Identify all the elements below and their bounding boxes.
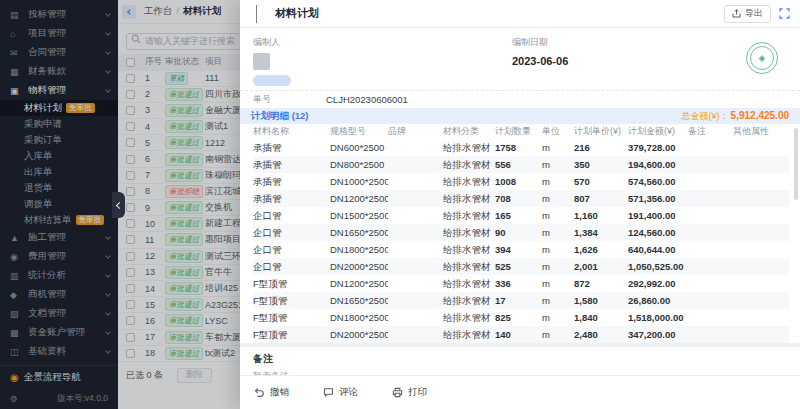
cell: DN1650*2500 — [330, 224, 388, 241]
cell: 给排水管材 — [443, 292, 495, 309]
plan-detail-banner: 计划明细 (12) 总金额(¥)：5,912,425.00 — [240, 108, 800, 124]
cell: 企口管 — [253, 258, 330, 275]
cell: m — [542, 190, 574, 207]
cell — [688, 326, 733, 343]
cell: F型顶管 — [253, 326, 330, 343]
table-row[interactable]: 企口管DN1650*2500给排水管材90m1,384124,560.00 — [253, 224, 789, 241]
cell: 807 — [574, 190, 628, 207]
table-row[interactable]: 承插管DN800*2500给排水管材556m350194,600.00 — [253, 156, 789, 173]
table-row[interactable]: 企口管DN1800*2500给排水管材394m1,626640,644.00 — [253, 241, 789, 258]
cell: 525 — [495, 258, 542, 275]
drawer-title: 材料计划 — [275, 6, 724, 21]
cell: 394 — [495, 241, 542, 258]
table-row[interactable]: 承插管DN1000*2500给排水管材1008m570574,560.00 — [253, 173, 789, 190]
table-row[interactable]: F型顶管DN1800*2500给排水管材825m1,8401,518,000.0… — [253, 309, 789, 326]
cell: DN1800*2500 — [330, 309, 388, 326]
cell: 1,384 — [574, 224, 628, 241]
cell: DN1650*2500 — [330, 292, 388, 309]
cell: 1,160 — [574, 207, 628, 224]
cell — [688, 275, 733, 292]
cell: DN1500*2500 — [330, 207, 388, 224]
cell: DN600*2500 — [330, 139, 388, 156]
cell — [388, 173, 443, 190]
cell — [388, 292, 443, 309]
print-icon — [392, 387, 403, 398]
drawer-scrollbar[interactable] — [794, 128, 798, 200]
cell: F型顶管 — [253, 275, 330, 292]
sidebar-collapse-handle[interactable] — [112, 192, 125, 218]
cell — [733, 309, 789, 326]
table-row[interactable]: F型顶管DN1200*2500给排水管材336m872292,992.00 — [253, 275, 789, 292]
remark-label: 备注 — [253, 352, 787, 366]
cell — [733, 207, 789, 224]
fullscreen-icon[interactable] — [779, 8, 790, 19]
cell: 26,860.00 — [628, 292, 688, 309]
export-button[interactable]: 导出 — [724, 5, 771, 23]
cell — [733, 139, 789, 156]
cell: 1758 — [495, 139, 542, 156]
cell: F型顶管 — [253, 309, 330, 326]
drawer-back-button[interactable] — [250, 1, 261, 27]
cell: DN1000*2500 — [330, 173, 388, 190]
table-row[interactable]: F型顶管DN1650*2500给排水管材17m1,58026,860.00 — [253, 292, 789, 309]
cell: m — [542, 258, 574, 275]
cell: 1008 — [495, 173, 542, 190]
comment-button[interactable]: 评论 — [323, 386, 358, 399]
date-value: 2023-06-06 — [512, 55, 568, 67]
cell: 292,992.00 — [628, 275, 688, 292]
table-row[interactable]: 承插管DN1200*2500给排水管材708m807571,356.00 — [253, 190, 789, 207]
table-row[interactable]: 企口管DN1500*2500给排水管材165m1,160191,400.00 — [253, 207, 789, 224]
cell: 336 — [495, 275, 542, 292]
cell: 347,200.00 — [628, 326, 688, 343]
cell — [733, 173, 789, 190]
print-button[interactable]: 打印 — [392, 386, 427, 399]
cell: 承插管 — [253, 173, 330, 190]
cell: 1,626 — [574, 241, 628, 258]
cell: DN1200*2500 — [330, 275, 388, 292]
cell: 给排水管材 — [443, 139, 495, 156]
cell: 给排水管材 — [443, 156, 495, 173]
cell — [733, 156, 789, 173]
cell: m — [542, 241, 574, 258]
cell — [688, 173, 733, 190]
cell: 给排水管材 — [443, 241, 495, 258]
export-icon — [732, 9, 741, 18]
cell: 给排水管材 — [443, 326, 495, 343]
table-header-row: 材料名称规格型号品牌材料分类计划数量单位计划单价(¥)计划金额(¥)备注其他属性 — [253, 124, 789, 139]
cell — [688, 207, 733, 224]
cell — [733, 190, 789, 207]
table-row[interactable]: 承插管DN600*2500给排水管材1758m216379,728.00 — [253, 139, 789, 156]
creator-avatar — [253, 53, 270, 70]
cell — [688, 224, 733, 241]
cell: m — [542, 139, 574, 156]
cell — [733, 326, 789, 343]
cell: 承插管 — [253, 139, 330, 156]
cell: 708 — [495, 190, 542, 207]
cell: 571,356.00 — [628, 190, 688, 207]
app-window: ▤投标管理 ⌂项目管理 ✉合同管理 ▦财务账款 ▣物料管理 材料计划免审批 采购… — [0, 0, 800, 409]
cell: 给排水管材 — [443, 224, 495, 241]
cell — [733, 275, 789, 292]
cell: m — [542, 207, 574, 224]
cell: 1,580 — [574, 292, 628, 309]
cell: 1,050,525.00 — [628, 258, 688, 275]
cell: 90 — [495, 224, 542, 241]
cell: DN2000*2500 — [330, 258, 388, 275]
cell — [388, 156, 443, 173]
cell: 165 — [495, 207, 542, 224]
undo-button[interactable]: 撤销 — [254, 386, 289, 399]
cell — [388, 139, 443, 156]
cell: m — [542, 224, 574, 241]
cell — [388, 224, 443, 241]
cell — [388, 241, 443, 258]
cell: 给排水管材 — [443, 190, 495, 207]
table-row[interactable]: F型顶管DN2000*2500给排水管材140m2,480347,200.00 — [253, 326, 789, 343]
cell — [733, 292, 789, 309]
total-amount-value: 5,912,425.00 — [731, 110, 789, 121]
cell: 企口管 — [253, 207, 330, 224]
plan-detail-count: 计划明细 (12) — [251, 110, 309, 123]
cell — [733, 241, 789, 258]
cell: 1,840 — [574, 309, 628, 326]
table-row[interactable]: 企口管DN2000*2500给排水管材525m2,0011,050,525.00 — [253, 258, 789, 275]
date-label: 编制日期 — [512, 36, 568, 49]
